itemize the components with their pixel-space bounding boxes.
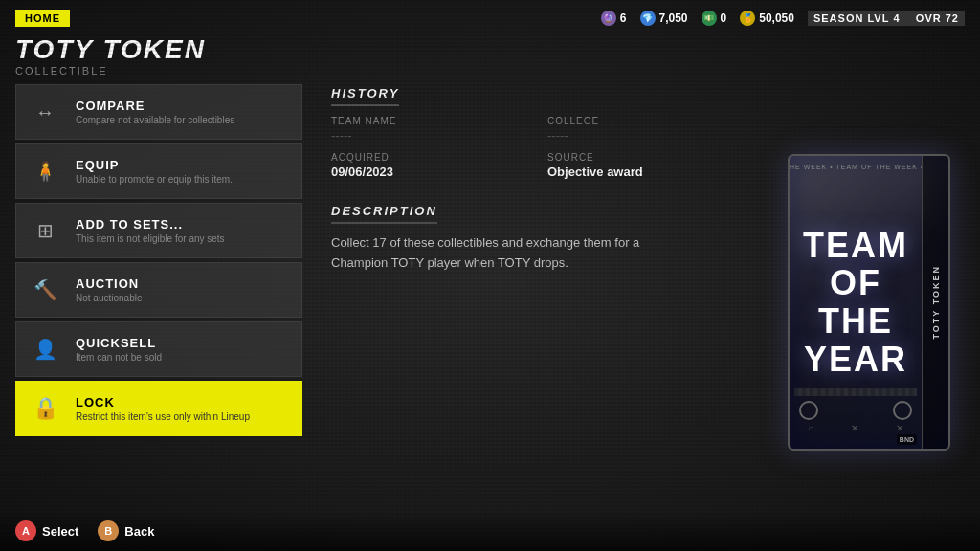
page-title-section: TOTY TOKEN COLLECTIBLE [0, 33, 980, 84]
auction-text: AUCTION Not auctionable [76, 276, 290, 304]
green-value: 0 [721, 11, 727, 25]
card-vertical-text: TOTY TOKEN [922, 156, 948, 449]
lock-title: LOCK [76, 395, 290, 410]
season-info: SEASON LVL 4 OVR 72 [808, 11, 965, 26]
team-name-value: ----- [331, 128, 528, 143]
right-card: HE WEEK • TEAM OF THE WEEK • TEAM OF THE… [773, 84, 965, 520]
acquired-field: ACQUIRED 09/06/2023 [331, 152, 528, 179]
source-value: Objective award [547, 165, 745, 179]
lock-subtitle: Restrict this item's use only within Lin… [76, 411, 290, 422]
quicksell-subtitle: Item can not be sold [76, 352, 290, 363]
toty-token-card: HE WEEK • TEAM OF THE WEEK • TEAM OF THE… [788, 154, 950, 451]
currency-purple: 🔮 6 [601, 11, 627, 26]
left-menu: ↔ COMPARE Compare not available for coll… [15, 84, 302, 520]
lock-icon: 🔒 [28, 391, 62, 426]
card-line1: TEAM [790, 227, 922, 265]
menu-item-compare[interactable]: ↔ COMPARE Compare not available for coll… [15, 84, 302, 140]
compare-text: COMPARE Compare not available for collec… [76, 99, 290, 126]
description-section-label: DESCRIPTION [331, 204, 437, 224]
quicksell-icon: 👤 [28, 332, 62, 366]
acquired-value: 09/06/2023 [331, 165, 528, 179]
green-icon: 💵 [702, 11, 717, 26]
card-vertical-label: TOTY TOKEN [931, 265, 941, 340]
blue-icon: 💎 [640, 11, 656, 26]
blue-value: 7,050 [659, 11, 688, 25]
college-value: ----- [547, 128, 745, 143]
menu-item-quicksell[interactable]: 👤 QUICKSELL Item can not be sold [15, 321, 302, 377]
source-field: SOURCE Objective award [547, 152, 745, 179]
add-to-sets-icon: ⊞ [28, 213, 62, 248]
quicksell-title: QUICKSELL [76, 336, 290, 351]
currency-bar: 🔮 6 💎 7,050 💵 0 🏅 50,050 SEASON LVL 4 OV… [601, 11, 965, 26]
page-title: TOTY TOKEN [15, 36, 965, 63]
back-label: Back [124, 524, 154, 539]
auction-title: AUCTION [76, 276, 290, 292]
select-label: Select [42, 524, 78, 539]
card-logo: BND [897, 434, 917, 445]
college-field: COLLEGE ----- [547, 116, 745, 143]
card-line3: YEAR [790, 341, 922, 379]
currency-green: 💵 0 [702, 11, 727, 26]
equip-icon: 🧍 [28, 154, 62, 188]
home-badge[interactable]: HOME [15, 10, 70, 27]
menu-item-auction[interactable]: 🔨 AUCTION Not auctionable [15, 262, 302, 318]
ovr-label: OVR [916, 12, 942, 24]
gold-icon: 🏅 [740, 11, 755, 26]
equip-subtitle: Unable to promote or equip this item. [76, 174, 290, 185]
card-ruler [794, 388, 917, 396]
compare-subtitle: Compare not available for collectibles [76, 115, 290, 125]
card-x-marks: ○✕ ✕ [790, 423, 922, 433]
purple-value: 6 [620, 11, 627, 25]
bottom-bar: A Select B Back [0, 511, 980, 551]
card-corner-right [893, 401, 912, 420]
add-to-sets-subtitle: This item is not eligible for any sets [76, 233, 290, 244]
season-label: SEASON LVL [813, 12, 889, 24]
auction-icon: 🔨 [28, 273, 62, 307]
add-to-sets-title: ADD TO SETS... [76, 217, 290, 232]
currency-blue: 💎 7,050 [640, 11, 688, 26]
quicksell-text: QUICKSELL Item can not be sold [76, 336, 290, 364]
equip-text: EQUIP Unable to promote or equip this it… [76, 158, 290, 186]
menu-item-equip[interactable]: 🧍 EQUIP Unable to promote or equip this … [15, 143, 302, 199]
college-label: COLLEGE [547, 116, 745, 126]
gold-value: 50,050 [759, 11, 794, 25]
card-line2: OF THE [790, 264, 922, 340]
history-section-label: HISTORY [331, 86, 399, 106]
purple-icon: 🔮 [601, 11, 616, 26]
season-value: 4 [893, 12, 900, 24]
currency-gold: 🏅 50,050 [740, 11, 794, 26]
auction-subtitle: Not auctionable [76, 293, 290, 303]
menu-item-lock[interactable]: 🔒 LOCK Restrict this item's use only wit… [15, 381, 302, 436]
source-label: SOURCE [547, 152, 745, 163]
main-layout: ↔ COMPARE Compare not available for coll… [0, 84, 980, 520]
team-name-label: TEAM NAME [331, 116, 528, 126]
lock-text: LOCK Restrict this item's use only withi… [76, 395, 290, 423]
b-button[interactable]: B [98, 520, 119, 541]
card-ticker: HE WEEK • TEAM OF THE WEEK • TEAM OF THE… [790, 164, 922, 170]
back-action[interactable]: B Back [98, 520, 154, 541]
history-grid: TEAM NAME ----- COLLEGE ----- ACQUIRED 0… [331, 116, 745, 179]
add-to-sets-text: ADD TO SETS... This item is not eligible… [76, 217, 290, 245]
acquired-label: ACQUIRED [331, 152, 528, 163]
compare-title: COMPARE [76, 99, 290, 114]
page-subtitle: COLLECTIBLE [15, 65, 965, 77]
compare-icon: ↔ [28, 95, 62, 129]
menu-item-add-to-sets[interactable]: ⊞ ADD TO SETS... This item is not eligib… [15, 203, 302, 258]
card-corner-left [799, 401, 818, 420]
select-action[interactable]: A Select [15, 520, 78, 541]
a-button[interactable]: A [15, 520, 36, 541]
team-name-field: TEAM NAME ----- [331, 116, 528, 143]
header: HOME 🔮 6 💎 7,050 💵 0 🏅 50,050 SEASON LVL… [0, 0, 980, 33]
ovr-value: 72 [946, 12, 959, 24]
center-content: HISTORY TEAM NAME ----- COLLEGE ----- AC… [322, 84, 754, 520]
card-main-text: TEAM OF THE YEAR [790, 227, 922, 378]
equip-title: EQUIP [76, 158, 290, 173]
description-text: Collect 17 of these collectibles and exc… [331, 233, 657, 274]
